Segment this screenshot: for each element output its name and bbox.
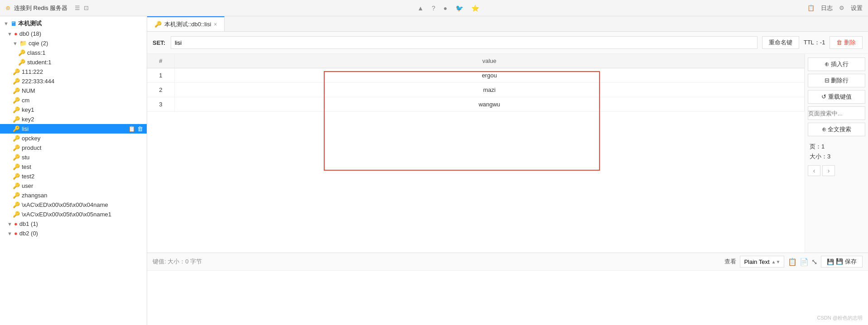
alert-icon[interactable]: ▲ — [417, 5, 424, 12]
save-icon: 💾 — [827, 258, 834, 265]
sidebar-item-xac1[interactable]: 🔑 \xAC\xED\x00\x05t\x00\x04name — [0, 200, 147, 210]
delete-lisi-btn[interactable]: 🗑 — [137, 125, 143, 132]
circle-icon[interactable]: ● — [443, 5, 447, 12]
table-row[interactable]: 2 mazi — [147, 83, 805, 97]
item-label-cm: cm — [22, 97, 29, 104]
paste-icon[interactable]: 📄 — [800, 258, 809, 266]
sidebar-item-lisi[interactable]: 🔑 lisi 📋 🗑 — [0, 124, 147, 134]
table-row[interactable]: 3 wangwu — [147, 97, 805, 112]
sidebar-item-cm[interactable]: 🔑 cm — [0, 96, 147, 105]
sidebar-item-111222[interactable]: 🔑 111:222 — [0, 67, 147, 76]
settings-icon: ⚙ — [839, 5, 844, 11]
key-editor: SET: 重命名键 TTL：-1 🗑 删除 # value — [147, 32, 868, 325]
reload-value-btn[interactable]: ↺ 重载键值 — [808, 90, 865, 104]
top-bar-right: 📋 日志 ⚙ 设置 — [807, 4, 863, 12]
db1-label: db1 (1) — [19, 220, 38, 227]
db0-icon: ● — [14, 30, 18, 37]
row-value: wangwu — [174, 97, 805, 112]
item-label-class1: class:1 — [27, 49, 45, 56]
sidebar-db1[interactable]: ▼ ● db1 (1) — [0, 219, 147, 229]
menu-icon[interactable]: ☰ — [75, 5, 80, 11]
view-label: 查看 — [724, 258, 736, 266]
item-label-111222: 111:222 — [22, 68, 43, 75]
twitter-icon[interactable]: 🐦 — [456, 5, 463, 12]
tab-key-icon: 🔑 — [154, 21, 162, 28]
cqie-label: cqie (2) — [29, 40, 48, 47]
save-label: 💾 保存 — [836, 258, 857, 266]
item-label-opckey: opckey — [22, 135, 40, 142]
action-panel: ⊕ 插入行 ⊟ 删除行 ↺ 重载键值 ⊕ 全文搜索 页：1 大小：3 ‹ › — [805, 54, 868, 253]
log-label[interactable]: 日志 — [821, 4, 833, 12]
sidebar-item-test[interactable]: 🔑 test — [0, 162, 147, 172]
settings-label[interactable]: 设置 — [851, 4, 863, 12]
top-bar-left: ⊕ 连接到 Redis 服务器 ☰ ⊡ — [5, 4, 89, 12]
chevron-down-icon: ▲▼ — [772, 259, 781, 264]
row-index: 2 — [147, 83, 174, 97]
key-icon-zhangsan: 🔑 — [13, 192, 20, 199]
sidebar-item-opckey[interactable]: 🔑 opckey — [0, 134, 147, 143]
key-name-input[interactable] — [171, 36, 758, 49]
sidebar-item-xac2[interactable]: 🔑 \xAC\xED\x00\x05t\x00\x05name1 — [0, 210, 147, 219]
db2-label: db2 (0) — [19, 230, 38, 237]
item-label-test2: test2 — [22, 173, 34, 180]
sidebar-db0[interactable]: ▼ ● db0 (18) — [0, 29, 147, 38]
db2-dot: ● — [14, 230, 18, 237]
row-index: 1 — [147, 68, 174, 83]
sidebar-item-class1[interactable]: 🔑 class:1 — [0, 48, 147, 57]
tab-close-btn[interactable]: × — [214, 21, 217, 28]
key-icon-test2: 🔑 — [13, 173, 20, 180]
sidebar-item-222333444[interactable]: 🔑 222:333:444 — [0, 76, 147, 86]
value-textarea[interactable] — [147, 271, 868, 325]
connect-label[interactable]: 连接到 Redis 服务器 — [14, 4, 67, 12]
question-icon[interactable]: ? — [432, 5, 436, 12]
root-label: 本机测试 — [18, 19, 42, 28]
sidebar-item-key2[interactable]: 🔑 key2 — [0, 115, 147, 124]
table-row[interactable]: 1 ergou — [147, 68, 805, 83]
item-label-key2: key2 — [22, 116, 34, 123]
github-icon[interactable]: ⭐ — [471, 5, 479, 12]
sidebar-root[interactable]: ▼ 🖥 本机测试 — [0, 18, 147, 29]
col-header-hash: # — [147, 54, 174, 68]
sidebar-db2[interactable]: ▼ ● db2 (0) — [0, 229, 147, 238]
page-nav: ‹ › — [808, 165, 865, 176]
col-header-value: value — [174, 54, 805, 68]
sidebar-item-user[interactable]: 🔑 user — [0, 181, 147, 191]
copy-icon[interactable]: 📋 — [788, 258, 797, 266]
insert-row-btn[interactable]: ⊕ 插入行 — [808, 57, 865, 71]
page-label: 页： — [810, 143, 821, 150]
sidebar-folder-cqie[interactable]: ▼ 📁 cqie (2) — [0, 38, 147, 48]
sidebar-item-product[interactable]: 🔑 product — [0, 143, 147, 153]
page-value: 1 — [821, 143, 825, 150]
item-label-xac2: \xAC\xED\x00\x05t\x00\x05name1 — [22, 211, 111, 218]
tab-lisi[interactable]: 🔑 本机测试::db0::lisi × — [147, 16, 225, 31]
sidebar-item-test2[interactable]: 🔑 test2 — [0, 172, 147, 181]
page-search-input[interactable] — [808, 106, 865, 120]
view-mode-select[interactable]: Plain Text ▲▼ — [740, 256, 784, 268]
item-label-product: product — [22, 144, 41, 151]
fulltext-search-btn[interactable]: ⊕ 全文搜索 — [808, 123, 865, 136]
prev-page-btn[interactable]: ‹ — [808, 165, 820, 176]
sidebar-item-key1[interactable]: 🔑 key1 — [0, 105, 147, 115]
sidebar-item-student1[interactable]: 🔑 student:1 — [0, 57, 147, 67]
delete-row-btn[interactable]: ⊟ 删除行 — [808, 74, 865, 87]
key-icon-cm: 🔑 — [13, 97, 20, 104]
sidebar-item-zhangsan[interactable]: 🔑 zhangsan — [0, 191, 147, 200]
sidebar-item-NUM[interactable]: 🔑 NUM — [0, 86, 147, 96]
delete-key-btn[interactable]: 🗑 删除 — [830, 36, 863, 49]
table-wrapper: # value 1 ergou 2 mazi — [147, 54, 868, 253]
key-type-label: SET: — [153, 39, 166, 46]
item-label-user: user — [22, 182, 33, 189]
key-icon-key2: 🔑 — [13, 116, 20, 123]
sidebar-item-stu[interactable]: 🔑 stu — [0, 153, 147, 162]
copy-lisi-btn[interactable]: 📋 — [128, 125, 135, 132]
data-table: # value 1 ergou 2 mazi — [147, 54, 805, 112]
rename-key-btn[interactable]: 重命名键 — [762, 36, 799, 49]
expand-icon[interactable]: ⤡ — [811, 258, 817, 266]
save-btn[interactable]: 💾 💾 保存 — [821, 256, 863, 268]
cqie-arrow: ▼ — [13, 41, 18, 46]
next-page-btn[interactable]: › — [822, 165, 835, 176]
row-index: 3 — [147, 97, 174, 112]
db0-label: db0 (18) — [19, 30, 41, 37]
item-label-stu: stu — [22, 154, 29, 161]
expand-icon[interactable]: ⊡ — [84, 5, 89, 11]
